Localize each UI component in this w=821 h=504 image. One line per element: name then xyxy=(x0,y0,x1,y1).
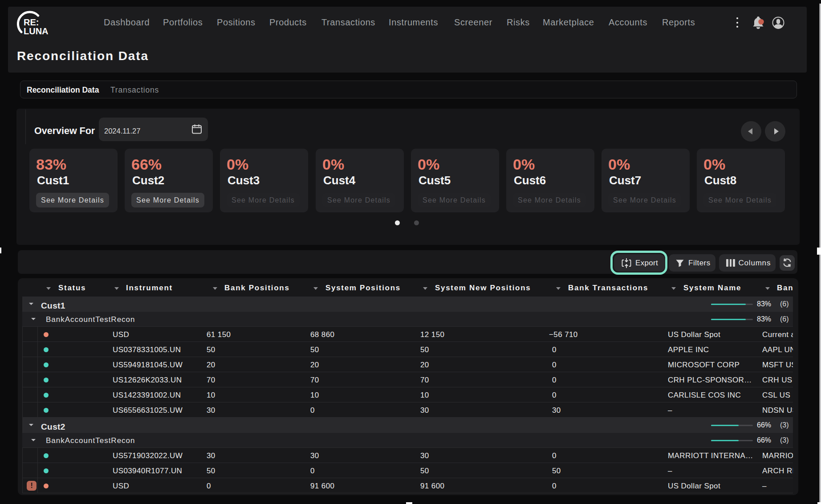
svg-text:LUNA: LUNA xyxy=(24,26,49,36)
svg-text:RE:: RE: xyxy=(24,17,39,27)
